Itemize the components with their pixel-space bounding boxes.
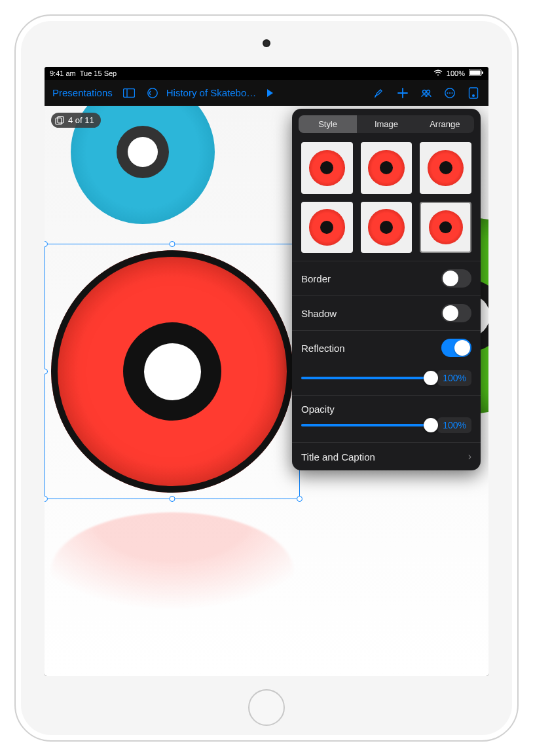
svg-point-6 xyxy=(423,90,426,93)
svg-point-9 xyxy=(447,92,449,94)
back-label: Presentations xyxy=(52,87,113,98)
svg-point-11 xyxy=(452,92,453,94)
add-button[interactable] xyxy=(393,83,413,103)
shadow-toggle[interactable] xyxy=(441,304,471,322)
style-preset[interactable] xyxy=(420,142,471,194)
slide-counter-text: 4 of 11 xyxy=(68,115,94,125)
format-paintbrush-button[interactable] xyxy=(369,83,389,103)
more-button[interactable] xyxy=(440,83,460,103)
undo-button[interactable] xyxy=(143,83,162,103)
style-preset[interactable] xyxy=(361,142,413,194)
wifi-icon xyxy=(433,69,443,77)
reflection-value[interactable]: 100% xyxy=(437,370,471,386)
status-battery-pct: 100% xyxy=(447,69,465,77)
presenter-notes-button[interactable] xyxy=(464,83,483,103)
battery-icon xyxy=(469,69,483,77)
front-camera xyxy=(263,39,270,47)
reflection-slider[interactable] xyxy=(301,377,431,379)
opacity-row: Opacity xyxy=(292,395,481,417)
screen: 9:41 am Tue 15 Sep 100% Presentations xyxy=(45,67,488,676)
svg-rect-15 xyxy=(58,116,64,123)
resize-handle[interactable] xyxy=(297,496,303,502)
doc-title[interactable]: History of Skatebo… xyxy=(166,83,257,103)
style-preset-grid xyxy=(292,140,481,261)
resize-handle[interactable] xyxy=(170,496,175,502)
style-preset[interactable] xyxy=(301,142,353,194)
format-tab-segment: Style Image Arrange xyxy=(299,115,474,133)
title-caption-row[interactable]: Title and Caption › xyxy=(292,442,481,470)
slide-counter[interactable]: 4 of 11 xyxy=(51,113,101,128)
chevron-right-icon: › xyxy=(468,451,471,463)
opacity-slider[interactable] xyxy=(301,424,431,426)
play-button[interactable] xyxy=(260,83,280,103)
status-date: Tue 15 Sep xyxy=(80,69,117,77)
wheel-image-red[interactable] xyxy=(51,250,293,493)
border-label: Border xyxy=(301,273,331,284)
resize-handle[interactable] xyxy=(45,496,48,502)
format-panel: Style Image Arrange Border xyxy=(292,109,481,470)
opacity-slider-row: 100% xyxy=(292,417,481,442)
resize-handle[interactable] xyxy=(45,369,48,375)
title-caption-label: Title and Caption xyxy=(301,451,375,463)
collaborate-button[interactable] xyxy=(416,83,436,103)
home-button[interactable] xyxy=(248,689,285,726)
slides-icon xyxy=(55,116,64,125)
tab-style[interactable]: Style xyxy=(299,115,357,133)
reflection-toggle[interactable] xyxy=(441,339,471,357)
status-bar: 9:41 am Tue 15 Sep 100% xyxy=(45,67,488,80)
shadow-row: Shadow xyxy=(292,295,481,330)
reflection-row: Reflection xyxy=(292,330,481,365)
back-button[interactable]: Presentations xyxy=(50,83,115,103)
status-time: 9:41 am xyxy=(50,69,76,77)
svg-rect-2 xyxy=(482,71,483,74)
resize-handle[interactable] xyxy=(170,241,175,247)
svg-rect-3 xyxy=(123,88,134,97)
resize-handle[interactable] xyxy=(45,241,48,247)
reflection-label: Reflection xyxy=(301,343,345,354)
tab-arrange[interactable]: Arrange xyxy=(416,115,474,133)
border-toggle[interactable] xyxy=(441,269,471,288)
svg-point-7 xyxy=(427,90,430,93)
svg-rect-1 xyxy=(470,71,481,75)
tab-image[interactable]: Image xyxy=(357,115,415,133)
sidebar-toggle-button[interactable] xyxy=(119,83,139,103)
ipad-frame: 9:41 am Tue 15 Sep 100% Presentations xyxy=(14,14,519,742)
svg-rect-14 xyxy=(56,118,62,124)
svg-point-13 xyxy=(472,94,475,97)
opacity-value[interactable]: 100% xyxy=(437,417,471,433)
border-row: Border xyxy=(292,261,481,295)
reflection-slider-row: 100% xyxy=(292,365,481,395)
style-preset[interactable] xyxy=(301,202,353,254)
svg-point-10 xyxy=(449,92,450,94)
wheel-reflection xyxy=(51,512,293,611)
shadow-label: Shadow xyxy=(301,308,337,319)
style-preset[interactable] xyxy=(420,202,471,254)
slide-canvas[interactable]: 4 of 11 Style Image Arrange xyxy=(45,106,488,676)
opacity-label: Opacity xyxy=(301,404,335,415)
toolbar: Presentations History of Skatebo… xyxy=(45,80,488,106)
style-preset[interactable] xyxy=(361,202,413,254)
